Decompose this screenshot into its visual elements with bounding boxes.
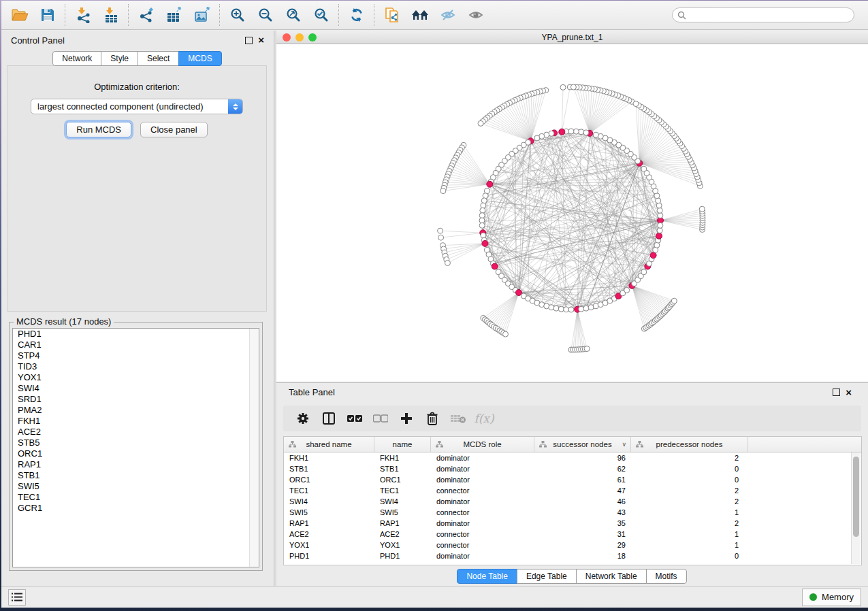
cell-name[interactable]: SWI4 <box>374 497 431 506</box>
table-row[interactable]: SWI5SWI5connector431 <box>284 507 861 518</box>
zoom-out-button[interactable] <box>251 3 279 27</box>
mcds-result-item[interactable]: SWI4 <box>13 383 259 394</box>
cell-MCDS-role[interactable]: connector <box>431 486 534 495</box>
cell-predecessor-nodes[interactable]: 0 <box>631 552 748 560</box>
mcds-list-scrollbar[interactable] <box>249 329 259 567</box>
cell-shared-name[interactable]: YOX1 <box>284 541 374 549</box>
delete-table-button[interactable] <box>445 408 471 429</box>
table-tab-edge-table[interactable]: Edge Table <box>517 569 577 584</box>
table-row[interactable]: PHD1PHD1dominator180 <box>284 550 861 561</box>
refresh-button[interactable] <box>342 3 370 27</box>
mcds-result-item[interactable]: PHD1 <box>13 329 259 340</box>
cell-name[interactable]: STB1 <box>374 465 431 473</box>
mcds-result-item[interactable]: STP4 <box>13 350 259 361</box>
mcds-result-item[interactable]: STB1 <box>13 470 259 481</box>
cell-MCDS-role[interactable]: connector <box>431 530 534 538</box>
cell-shared-name[interactable]: STB1 <box>284 465 374 473</box>
float-table-panel-icon[interactable] <box>833 389 840 396</box>
cell-successor-nodes[interactable]: 31 <box>534 530 631 538</box>
column-header-shared-name[interactable]: shared name <box>284 437 374 452</box>
mcds-result-item[interactable]: SWI5 <box>13 481 259 492</box>
mcds-result-item[interactable]: STB5 <box>13 437 259 448</box>
select-all-button[interactable] <box>342 408 368 429</box>
column-header-MCDS-role[interactable]: MCDS role <box>431 437 534 452</box>
run-mcds-button[interactable]: Run MCDS <box>66 122 131 137</box>
duplicate-network-button[interactable] <box>378 3 406 27</box>
cell-successor-nodes[interactable]: 61 <box>534 476 631 484</box>
cell-successor-nodes[interactable]: 43 <box>534 508 631 516</box>
column-header-predecessor-nodes[interactable]: predecessor nodes <box>631 437 748 452</box>
memory-button[interactable]: Memory <box>802 589 861 606</box>
deselect-all-button[interactable] <box>368 408 393 429</box>
tab-mcds[interactable]: MCDS <box>178 51 221 66</box>
mcds-result-item[interactable]: FKH1 <box>13 416 259 427</box>
cell-shared-name[interactable]: FKH1 <box>284 454 374 462</box>
cell-successor-nodes[interactable]: 35 <box>534 519 631 527</box>
cell-MCDS-role[interactable]: dominator <box>431 454 534 462</box>
first-neighbors-button[interactable] <box>406 3 434 27</box>
table-row[interactable]: ORC1ORC1dominator610 <box>284 474 861 485</box>
close-table-panel-icon[interactable]: × <box>846 389 852 396</box>
cell-shared-name[interactable]: SWI5 <box>284 508 374 516</box>
cell-name[interactable]: ORC1 <box>374 476 431 484</box>
cell-name[interactable]: SWI5 <box>374 508 431 516</box>
network-graph[interactable] <box>276 44 868 382</box>
tab-network[interactable]: Network <box>52 51 101 66</box>
mcds-result-item[interactable]: ORC1 <box>13 448 259 459</box>
cell-predecessor-nodes[interactable]: 0 <box>631 465 748 473</box>
column-header-successor-nodes[interactable]: successor nodes∨ <box>534 437 631 452</box>
table-tab-node-table[interactable]: Node Table <box>457 569 517 584</box>
cell-successor-nodes[interactable]: 18 <box>534 552 631 560</box>
search-input[interactable] <box>690 10 849 20</box>
table-row[interactable]: FKH1FKH1dominator962 <box>284 452 861 463</box>
cell-successor-nodes[interactable]: 62 <box>534 465 631 473</box>
table-scrollbar-thumb[interactable] <box>853 457 859 537</box>
cell-MCDS-role[interactable]: dominator <box>431 552 534 560</box>
show-columns-button[interactable] <box>316 408 342 429</box>
cell-successor-nodes[interactable]: 96 <box>534 454 631 462</box>
table-row[interactable]: SWI4SWI4dominator462 <box>284 496 861 507</box>
cell-name[interactable]: RAP1 <box>374 519 431 527</box>
cell-MCDS-role[interactable]: connector <box>431 541 534 549</box>
cell-predecessor-nodes[interactable]: 0 <box>631 476 748 484</box>
column-header-name[interactable]: name <box>374 437 431 452</box>
cell-predecessor-nodes[interactable]: 2 <box>631 454 748 462</box>
export-image-button[interactable] <box>188 3 216 27</box>
cell-MCDS-role[interactable]: dominator <box>431 519 534 527</box>
tab-select[interactable]: Select <box>138 51 179 66</box>
mcds-result-list[interactable]: PHD1CAR1STP4TID3YOX1SWI4SRD1PMA2FKH1ACE2… <box>12 328 259 567</box>
show-all-button[interactable] <box>462 3 489 27</box>
cell-shared-name[interactable]: PHD1 <box>284 552 374 560</box>
mcds-result-item[interactable]: ACE2 <box>13 427 259 437</box>
cell-name[interactable]: FKH1 <box>374 454 431 462</box>
zoom-selected-button[interactable] <box>307 3 335 27</box>
criterion-dropdown[interactable]: largest connected component (undirected) <box>31 99 243 114</box>
tab-style[interactable]: Style <box>101 51 138 66</box>
delete-columns-button[interactable] <box>419 408 445 429</box>
cell-MCDS-role[interactable]: dominator <box>431 476 534 484</box>
cell-shared-name[interactable]: TEC1 <box>284 486 374 495</box>
mcds-result-item[interactable]: GCR1 <box>13 503 259 514</box>
cell-shared-name[interactable]: ACE2 <box>284 530 374 538</box>
mcds-result-item[interactable]: YOX1 <box>13 372 259 383</box>
cell-name[interactable]: ACE2 <box>374 530 431 538</box>
function-builder-button[interactable]: f(x) <box>471 408 497 429</box>
cell-predecessor-nodes[interactable]: 1 <box>631 508 748 516</box>
network-canvas[interactable] <box>276 44 868 382</box>
cell-successor-nodes[interactable]: 47 <box>534 486 631 495</box>
cell-predecessor-nodes[interactable]: 2 <box>631 519 748 527</box>
cell-MCDS-role[interactable]: dominator <box>431 497 534 506</box>
cell-shared-name[interactable]: ORC1 <box>284 476 374 484</box>
cell-MCDS-role[interactable]: connector <box>431 508 534 516</box>
float-panel-icon[interactable] <box>245 37 253 44</box>
cell-name[interactable]: PHD1 <box>374 552 431 560</box>
zoom-fit-button[interactable] <box>279 3 307 27</box>
search-box[interactable] <box>672 7 854 22</box>
cell-successor-nodes[interactable]: 46 <box>534 497 631 506</box>
cell-predecessor-nodes[interactable]: 1 <box>631 530 748 538</box>
settings-gear-button[interactable] <box>290 408 316 429</box>
cell-shared-name[interactable]: SWI4 <box>284 497 374 506</box>
table-tab-network-table[interactable]: Network Table <box>576 569 647 584</box>
import-network-button[interactable] <box>69 3 97 27</box>
table-tab-motifs[interactable]: Motifs <box>646 569 687 584</box>
